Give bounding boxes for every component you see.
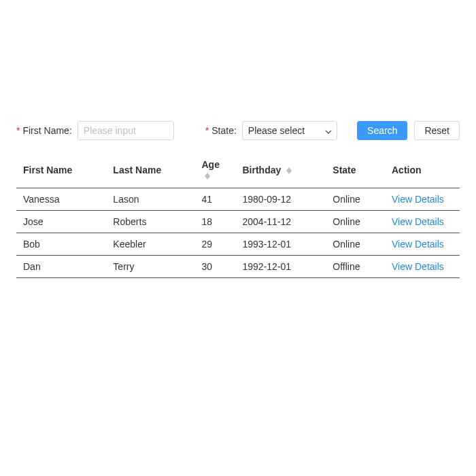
table-row: BobKeebler291993-12-01OnlineView Details bbox=[16, 233, 460, 256]
col-header-age-label: Age bbox=[202, 159, 220, 170]
cell-state: Online bbox=[326, 188, 385, 211]
col-header-state[interactable]: State bbox=[326, 152, 385, 188]
col-header-birthday-label: Birthday bbox=[243, 165, 282, 175]
col-header-first-name[interactable]: First Name bbox=[16, 152, 106, 188]
cell-state: Online bbox=[326, 233, 385, 256]
cell-last-name: Lason bbox=[106, 188, 194, 211]
view-details-link[interactable]: View Details bbox=[392, 216, 444, 227]
cell-last-name: Roberts bbox=[106, 211, 194, 233]
sort-icon[interactable] bbox=[205, 173, 210, 180]
col-header-birthday[interactable]: Birthday bbox=[236, 152, 326, 188]
cell-birthday: 1992-12-01 bbox=[236, 256, 326, 278]
first-name-filter: * First Name: bbox=[16, 121, 174, 140]
sort-icon[interactable] bbox=[286, 167, 292, 174]
view-details-link[interactable]: View Details bbox=[392, 239, 444, 250]
first-name-input[interactable] bbox=[78, 121, 174, 140]
cell-state: Online bbox=[326, 211, 385, 233]
cell-birthday: 2004-11-12 bbox=[236, 211, 326, 233]
view-details-link[interactable]: View Details bbox=[392, 261, 444, 272]
required-asterisk: * bbox=[205, 125, 209, 136]
view-details-link[interactable]: View Details bbox=[392, 194, 444, 205]
state-filter: * State: Please select bbox=[205, 121, 337, 140]
cell-age: 29 bbox=[195, 233, 236, 256]
required-asterisk: * bbox=[16, 125, 20, 136]
cell-first-name: Vanessa bbox=[16, 188, 106, 211]
cell-age: 30 bbox=[195, 256, 236, 278]
table-row: DanTerry301992-12-01OfflineView Details bbox=[16, 256, 460, 278]
cell-age: 18 bbox=[195, 211, 236, 233]
cell-last-name: Terry bbox=[106, 256, 194, 278]
data-table: First Name Last Name Age Birthday State … bbox=[16, 152, 460, 278]
cell-first-name: Bob bbox=[16, 233, 106, 256]
table-row: VanessaLason411980-09-12OnlineView Detai… bbox=[16, 188, 460, 211]
cell-birthday: 1980-09-12 bbox=[236, 188, 326, 211]
first-name-label: First Name: bbox=[22, 125, 71, 136]
table-header-row: First Name Last Name Age Birthday State … bbox=[16, 152, 460, 188]
col-header-age[interactable]: Age bbox=[195, 152, 236, 188]
table-row: JoseRoberts182004-11-12OnlineView Detail… bbox=[16, 211, 460, 233]
cell-birthday: 1993-12-01 bbox=[236, 233, 326, 256]
col-header-action: Action bbox=[385, 152, 460, 188]
reset-button[interactable]: Reset bbox=[414, 121, 460, 140]
cell-last-name: Keebler bbox=[106, 233, 194, 256]
cell-age: 41 bbox=[195, 188, 236, 211]
cell-first-name: Dan bbox=[16, 256, 106, 278]
cell-first-name: Jose bbox=[16, 211, 106, 233]
cell-state: Offline bbox=[326, 256, 385, 278]
state-label: State: bbox=[211, 125, 237, 136]
col-header-last-name[interactable]: Last Name bbox=[106, 152, 194, 188]
state-select[interactable]: Please select bbox=[242, 121, 337, 140]
search-button[interactable]: Search bbox=[357, 121, 407, 140]
filter-bar: * First Name: * State: Please select Sea… bbox=[16, 121, 460, 140]
